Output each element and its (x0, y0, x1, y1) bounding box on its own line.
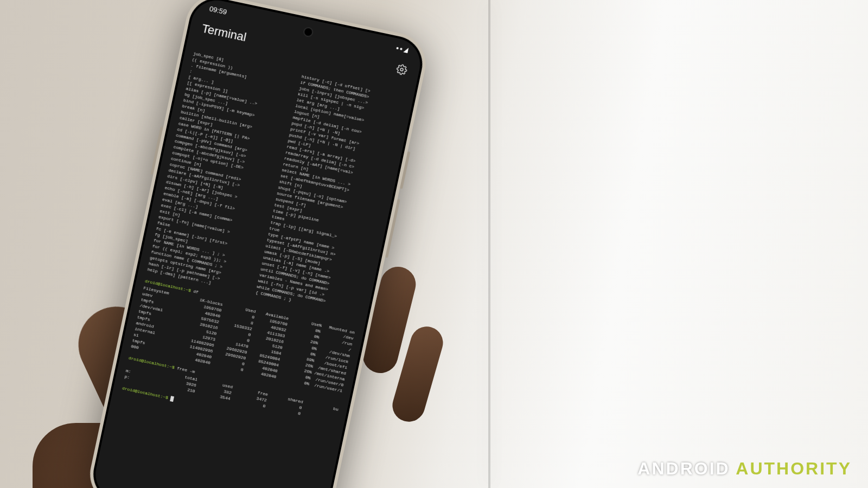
svg-point-0 (400, 68, 404, 71)
status-time: 09:59 (209, 4, 228, 16)
status-icons (396, 46, 409, 53)
watermark: ANDROID AUTHORITY (637, 460, 852, 477)
cursor (170, 396, 174, 402)
door-edge (488, 0, 490, 488)
photo-scene: 09:59 Terminal (0, 0, 868, 488)
signal-icon (403, 47, 409, 53)
help-columns: job_spec [&] (( expression )) . filename… (147, 50, 405, 317)
shell-prompt: droid@localhost:~$ (122, 386, 168, 400)
front-camera (303, 26, 314, 37)
gear-icon[interactable] (395, 63, 409, 79)
